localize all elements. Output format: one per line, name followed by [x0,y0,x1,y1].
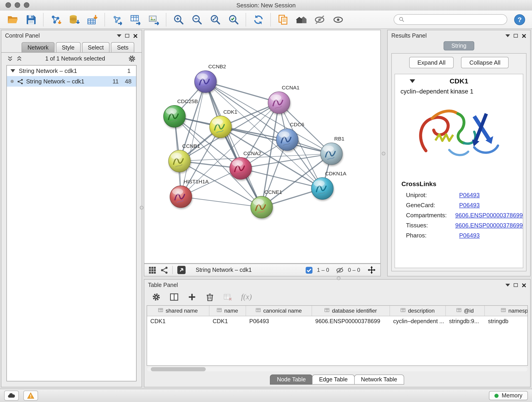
network-node-CCNB1[interactable] [169,150,191,172]
network-node-CDC25B[interactable] [164,105,186,128]
network-node-CDC6[interactable] [276,128,298,151]
crosslink-link[interactable]: P06493 [459,232,480,239]
style-document-icon[interactable] [277,13,289,26]
refresh-network-icon[interactable] [252,13,264,26]
zoom-selected-icon[interactable] [227,13,240,26]
column-header-name[interactable]: name [209,306,246,316]
table-cell[interactable]: P06493 [246,316,312,326]
network-graph[interactable]: CCNB2CCNA1CDC25BCDK1CDC6RB1CCNB1CCNA2CDK… [144,30,380,263]
panel-float-icon[interactable] [514,34,518,38]
show-columns-icon[interactable] [170,293,179,302]
window-titlebar[interactable]: Session: New Session [0,0,532,11]
network-node-HIST1H1A[interactable] [170,186,192,208]
network-collection-row[interactable]: String Network – cdk1 1 [7,65,136,76]
column-header-database-identifier[interactable]: database identifier [312,306,390,316]
memory-button[interactable]: Memory [489,391,528,400]
open-in-new-window-icon[interactable] [177,265,186,274]
import-network-from-database-icon[interactable] [68,13,80,26]
network-node-CCNA1[interactable] [268,92,290,114]
tab-sets[interactable]: Sets [111,42,134,52]
grid-view-icon[interactable] [148,266,156,274]
column-header--id[interactable]: @id [446,306,485,316]
table-cell[interactable]: 9606.ENSP00000378699 [312,316,390,326]
tab-string[interactable]: String [443,41,474,51]
column-header-description[interactable]: description [390,306,446,316]
move-tool-icon[interactable] [367,265,376,274]
panel-float-icon[interactable] [125,34,129,38]
edge-CCNB2-CCNA1[interactable] [206,82,279,103]
column-header-canonical-name[interactable]: canonical name [246,306,312,316]
search-box[interactable] [394,14,507,25]
tab-select[interactable]: Select [82,42,110,52]
expand-all-button[interactable]: Expand All [409,57,454,68]
zoom-out-icon[interactable] [191,13,203,26]
show-selected-eye-icon[interactable] [332,13,344,26]
help-icon[interactable]: ? [513,13,526,26]
table-cell[interactable]: cyclin–dependent ... [390,316,446,326]
panel-menu-icon[interactable] [117,34,121,37]
zoom-in-icon[interactable] [172,13,185,26]
table-cell[interactable]: stringdb:9... [446,316,485,326]
export-network-icon[interactable] [111,13,123,26]
network-canvas[interactable]: CCNB2CCNA1CDC25BCDK1CDC6RB1CCNB1CCNA2CDK… [144,30,381,264]
panel-menu-icon[interactable] [505,284,510,287]
function-builder-label[interactable]: f(x) [241,293,252,302]
panel-close-icon[interactable] [133,33,138,38]
export-table-icon[interactable] [129,13,142,26]
network-node-CCNE1[interactable] [251,196,273,218]
search-input[interactable] [407,16,503,23]
edge-HIST1H1A-CCNE1[interactable] [181,197,262,207]
warnings-button[interactable] [23,390,38,401]
network-node-CCNB2[interactable] [195,70,216,93]
table-cell[interactable]: CDK1 [147,316,209,326]
network-node-CCNA2[interactable] [230,157,252,179]
expand-all-networks-icon[interactable] [7,56,13,62]
panel-menu-icon[interactable] [505,34,510,37]
tab-network-table[interactable]: Network Table [354,375,404,385]
network-node-CDK1[interactable] [210,116,232,138]
add-column-icon[interactable] [187,293,196,302]
collapse-all-button[interactable]: Collapse All [461,57,509,68]
panel-close-icon[interactable] [521,33,526,38]
cloud-status-button[interactable] [4,390,19,401]
zoom-fit-icon[interactable] [209,13,221,26]
table-settings-gear-icon[interactable] [152,293,161,302]
tab-node-table[interactable]: Node Table [270,375,313,385]
open-session-icon[interactable] [6,13,19,26]
splitter-handle[interactable] [337,276,341,280]
crosslink-link[interactable]: P06493 [459,201,480,208]
selected-checkbox-icon[interactable] [305,266,313,274]
tab-style[interactable]: Style [56,42,81,52]
show-all-networks-icon[interactable] [295,13,307,26]
table-row[interactable]: CDK1CDK1P064939606.ENSP00000378699cyclin… [147,316,527,326]
edge-CCNB2-CCNE1[interactable] [206,82,262,207]
hide-selected-eye-slash-icon[interactable] [313,13,326,26]
crosslink-link[interactable]: 9606.ENSP00000378699 [455,211,523,218]
panel-float-icon[interactable] [514,283,518,287]
import-network-from-file-icon[interactable] [50,13,62,26]
table-cell[interactable]: stringdb [485,316,528,326]
edge-CDK1-RB1[interactable] [221,127,331,154]
table-cell[interactable]: CDK1 [209,316,246,326]
disclosure-triangle-icon[interactable] [410,79,415,83]
crosslink-link[interactable]: P06493 [459,191,480,198]
import-table-from-file-icon[interactable] [86,13,99,26]
horizontal-scrollbar[interactable] [147,367,527,371]
disclosure-triangle-icon[interactable] [11,69,15,72]
collapse-all-networks-icon[interactable] [16,56,22,62]
network-options-gear-icon[interactable] [128,55,136,63]
export-image-icon[interactable] [147,13,160,26]
hidden-eye-icon[interactable] [336,266,344,274]
network-row[interactable]: String Network – cdk1 11 48 [7,76,136,87]
tab-network[interactable]: Network [22,42,55,52]
splitter-handle[interactable] [382,152,385,155]
network-node-CDKN1A[interactable] [311,177,333,199]
scrollbar-thumb[interactable] [151,367,206,371]
save-session-icon[interactable] [25,13,37,26]
crosslink-link[interactable]: 9606.ENSP00000378699 [455,222,523,229]
column-header-shared-name[interactable]: shared name [147,306,209,316]
tab-edge-table[interactable]: Edge Table [312,375,355,385]
network-node-RB1[interactable] [321,143,342,165]
splitter-handle[interactable] [140,206,143,210]
panel-close-icon[interactable] [521,283,526,288]
